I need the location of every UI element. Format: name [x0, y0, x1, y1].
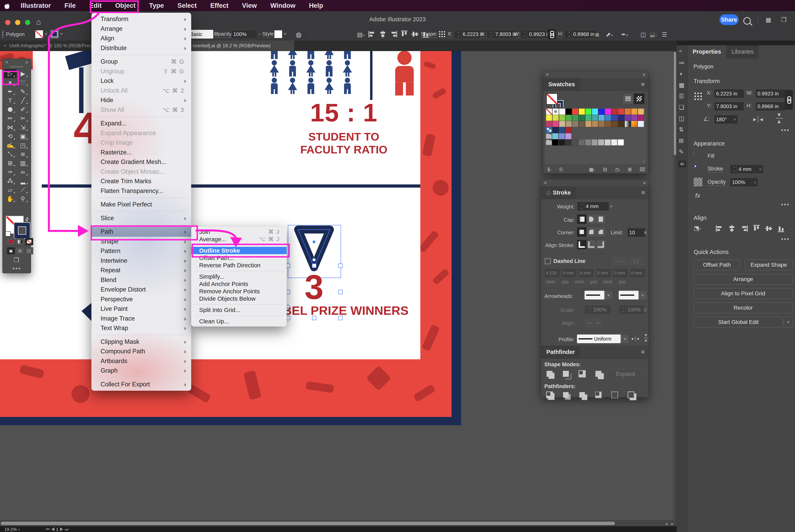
swatch-color[interactable]: [631, 109, 638, 115]
align-right-icon[interactable]: [390, 30, 398, 38]
swatch-color[interactable]: [559, 115, 565, 121]
tab-libraries[interactable]: Libraries: [726, 45, 759, 58]
polygon-tool[interactable]: ⬣: [4, 105, 17, 114]
type-tool[interactable]: T: [4, 96, 17, 105]
swatch-color[interactable]: [585, 121, 591, 127]
swatch-color[interactable]: [585, 109, 591, 115]
prop-h-field[interactable]: 0.8968 in: [755, 102, 785, 111]
align-left-icon[interactable]: [368, 30, 376, 38]
swatches-collapse-icon[interactable]: «: [643, 72, 645, 77]
swatches-close-icon[interactable]: ×: [546, 72, 549, 77]
arrow-align-tip-button[interactable]: ⇥: [585, 318, 594, 328]
x-label[interactable]: X:: [448, 31, 453, 38]
arrowhead-start-caret[interactable]: ˅: [604, 291, 613, 300]
swatch-folder[interactable]: [546, 133, 552, 139]
align-more-options[interactable]: •••: [781, 236, 790, 243]
minus-back-icon[interactable]: [626, 390, 636, 400]
trim-icon[interactable]: [561, 390, 571, 400]
curvature-tool[interactable]: ✎: [17, 87, 29, 96]
swatch-color[interactable]: [572, 109, 579, 115]
object-menu-item[interactable]: Ungroup ⇧ ⌘ G: [91, 66, 191, 76]
swatch-scroll-down[interactable]: ⌄: [642, 158, 645, 163]
stylize-pen-icon[interactable]: ✒˅: [621, 31, 628, 38]
exclude-icon[interactable]: [593, 369, 604, 379]
swatch-color[interactable]: [605, 109, 611, 115]
object-menu-item[interactable]: Image Trace ›: [91, 314, 191, 324]
swatch-color[interactable]: [631, 115, 638, 121]
object-menu-item[interactable]: Pattern ›: [91, 246, 191, 256]
align-stroke-outside-button[interactable]: [596, 240, 606, 249]
swatch-color[interactable]: [579, 109, 585, 115]
align-top-icon[interactable]: [400, 30, 408, 38]
swatch-color[interactable]: [579, 115, 585, 121]
object-menu-item[interactable]: Unlock All ⌥ ⌘ 2: [91, 86, 191, 96]
swatch-color[interactable]: [599, 115, 605, 121]
stroke-collapse-icon[interactable]: «: [643, 180, 646, 186]
object-menu-item[interactable]: Show All ⌥ ⌘ 3: [91, 105, 191, 115]
object-menu-item[interactable]: Slice ›: [91, 213, 191, 223]
limit-field[interactable]: 10: [627, 228, 645, 237]
selection-handle[interactable]: [338, 290, 343, 294]
apple-menu[interactable]: [0, 2, 14, 10]
object-menu-item[interactable]: Path ›: [91, 227, 191, 237]
new-color-group-icon[interactable]: 🗀: [615, 167, 620, 172]
menubar-item-select[interactable]: Select: [171, 2, 204, 10]
y-label[interactable]: Y:: [480, 31, 485, 38]
document-setup-globe-icon[interactable]: ◍: [296, 31, 302, 39]
tab1-close-icon[interactable]: ×: [4, 43, 6, 49]
swatch-color[interactable]: [598, 139, 604, 146]
path-submenu-item[interactable]: Remove Anchor Points: [191, 288, 287, 295]
panel-icon-layers[interactable]: ❏: [679, 104, 684, 111]
swatch-color[interactable]: [638, 115, 644, 121]
width-tool[interactable]: ⋈: [4, 123, 17, 132]
draw-behind-mode[interactable]: ⧉: [16, 247, 24, 254]
object-menu-item[interactable]: Create Trim Marks: [91, 176, 191, 186]
prop-align-left-icon[interactable]: [716, 225, 723, 232]
object-menu-item[interactable]: Intertwine ›: [91, 256, 191, 266]
swatches-tab[interactable]: Swatches: [543, 78, 580, 91]
menubar-item-window[interactable]: Window: [264, 2, 302, 10]
pathfinder-menu-icon[interactable]: ≡: [641, 348, 645, 355]
dash-field-3[interactable]: 0 mm: [613, 268, 628, 278]
arrange-documents-icon[interactable]: ▦: [765, 16, 771, 23]
slice-tool[interactable]: ⟋: [17, 185, 29, 194]
swatch-color[interactable]: [625, 115, 631, 121]
profile-flip-vertical-icon[interactable]: ▸┊◂: [644, 334, 649, 341]
appearance-stroke-weight[interactable]: ⌃⌄4 mm˅: [730, 165, 763, 174]
object-menu-item[interactable]: Create Gradient Mesh...: [91, 157, 191, 167]
dash-preserve-button[interactable]: ⌐‑¬: [611, 256, 627, 266]
object-menu-item[interactable]: Shape ›: [91, 237, 191, 246]
perspective-tool[interactable]: ◳: [17, 141, 29, 150]
prop-align-vcenter-icon[interactable]: [765, 225, 773, 232]
profile-flip-horizontal-icon[interactable]: ▸┊◂: [632, 336, 639, 341]
object-menu-item[interactable]: Group ⌘ G: [91, 57, 191, 66]
object-menu-item[interactable]: Envelope Distort ›: [91, 285, 191, 294]
swatch-color[interactable]: [618, 139, 624, 146]
panel-icon-color[interactable]: ◑: [679, 70, 682, 77]
shear-tool[interactable]: ≋: [17, 150, 29, 158]
global-edit-options-caret[interactable]: ˅: [784, 317, 793, 327]
swatch-color[interactable]: [611, 115, 618, 121]
prop-y-field[interactable]: 7.8003 in: [714, 102, 744, 111]
appearance-fill-label[interactable]: Fill: [707, 153, 715, 159]
style-chip[interactable]: [274, 30, 282, 38]
swatches-grid-view-button[interactable]: [634, 93, 645, 104]
prop-align-bottom-icon[interactable]: [777, 225, 785, 232]
gap-field-2[interactable]: 0 mm: [595, 268, 611, 278]
object-menu-item[interactable]: Rasterize...: [91, 148, 191, 157]
eyedropper-tool[interactable]: ✑: [4, 168, 17, 176]
swatch-color[interactable]: [611, 139, 617, 146]
vertical-scrollbar[interactable]: [674, 51, 677, 520]
swatch-color[interactable]: [565, 139, 571, 146]
object-menu-item[interactable]: Lock ›: [91, 76, 191, 86]
arrowhead-end-caret[interactable]: ˅: [639, 291, 647, 300]
expand-shape-button[interactable]: Expand Shape: [745, 260, 793, 270]
appearance-opacity-chip[interactable]: [694, 178, 702, 186]
object-menu-item[interactable]: Create Object Mosaic...: [91, 167, 191, 177]
swatch-none[interactable]: [546, 109, 552, 115]
swatch-color[interactable]: [611, 109, 618, 115]
prop-angle-dropdown[interactable]: 180°˅: [714, 115, 738, 124]
swatch-color[interactable]: [611, 121, 618, 127]
blend-tool[interactable]: ∞: [17, 168, 29, 176]
default-fill-stroke-icon[interactable]: [5, 231, 11, 236]
